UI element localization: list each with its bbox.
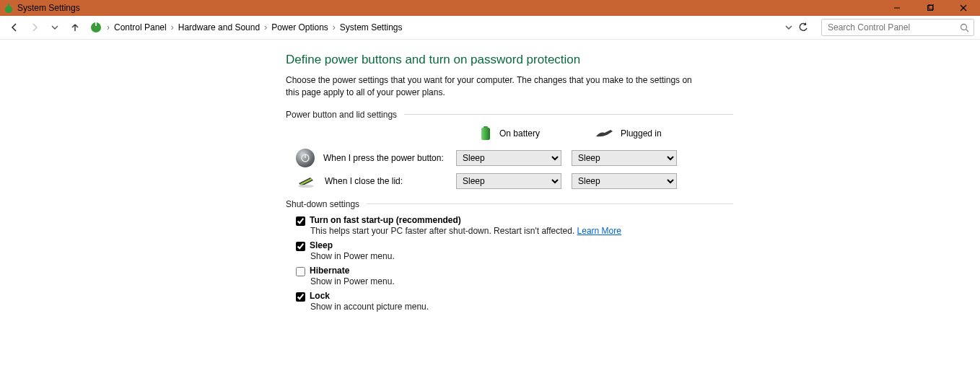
chevron-right-icon: ›	[264, 22, 267, 32]
search-icon	[960, 23, 969, 32]
breadcrumb-item[interactable]: Power Options	[271, 22, 328, 32]
breadcrumb-item[interactable]: Hardware and Sound	[178, 22, 260, 32]
power-button-plugged-select[interactable]: Sleep	[572, 150, 677, 166]
option-hibernate: Hibernate Show in Power menu.	[296, 266, 733, 286]
laptop-lid-icon	[296, 173, 316, 189]
control-panel-icon	[89, 21, 102, 34]
address-dropdown-button[interactable]	[785, 24, 792, 31]
address-bar: › Control Panel › Hardware and Sound › P…	[0, 16, 980, 40]
svg-point-9	[961, 24, 967, 30]
divider	[367, 203, 733, 204]
svg-rect-1	[8, 4, 9, 7]
title-bar: System Settings	[0, 0, 980, 16]
row-label: When I close the lid:	[325, 176, 403, 186]
sleep-checkbox[interactable]	[296, 242, 305, 251]
page-heading: Define power buttons and turn on passwor…	[286, 53, 733, 67]
page-description: Choose the power settings that you want …	[286, 74, 697, 100]
recent-locations-button[interactable]	[46, 19, 64, 36]
forward-button[interactable]	[26, 19, 43, 36]
option-label: Sleep	[310, 240, 333, 250]
group-label: Shut-down settings	[286, 199, 359, 209]
fast-startup-checkbox[interactable]	[296, 216, 305, 226]
option-sleep: Sleep Show in Power menu.	[296, 240, 733, 261]
learn-more-link[interactable]: Learn More	[577, 226, 621, 236]
search-box[interactable]	[821, 19, 974, 36]
window-title: System Settings	[17, 3, 80, 13]
battery-icon	[479, 126, 492, 141]
divider	[404, 114, 733, 115]
breadcrumb-item[interactable]: System Settings	[340, 22, 403, 32]
option-sub: This helps start your PC faster after sh…	[310, 226, 733, 236]
refresh-button[interactable]	[798, 22, 808, 32]
option-label: Hibernate	[310, 266, 349, 276]
main-content: Define power buttons and turn on passwor…	[0, 40, 733, 312]
row-power-button: When I press the power button: Sleep Sle…	[286, 149, 733, 167]
chevron-right-icon: ›	[333, 22, 336, 32]
lock-checkbox[interactable]	[296, 292, 305, 302]
svg-rect-8	[95, 22, 97, 26]
minimize-button[interactable]	[880, 0, 914, 16]
breadcrumb-item[interactable]: Control Panel	[114, 22, 167, 32]
option-sub: Show in Power menu.	[310, 276, 733, 286]
close-lid-battery-select[interactable]: Sleep	[456, 173, 561, 189]
group-power-lid-title: Power button and lid settings	[286, 110, 733, 120]
svg-point-16	[298, 185, 314, 188]
breadcrumb: › Control Panel › Hardware and Sound › P…	[87, 21, 811, 34]
app-icon	[3, 2, 14, 14]
power-button-icon	[296, 149, 315, 167]
svg-rect-13	[481, 128, 490, 140]
chevron-right-icon: ›	[107, 22, 110, 32]
close-lid-plugged-select[interactable]: Sleep	[572, 173, 677, 189]
plug-icon	[595, 128, 613, 139]
row-label: When I press the power button:	[323, 153, 444, 163]
option-sub-text: This helps start your PC faster after sh…	[310, 226, 577, 236]
column-plugged-label: Plugged in	[621, 128, 662, 139]
maximize-button[interactable]	[914, 0, 947, 16]
back-button[interactable]	[6, 19, 23, 36]
option-label: Lock	[310, 291, 330, 301]
option-sub: Show in Power menu.	[310, 251, 733, 261]
power-button-battery-select[interactable]: Sleep	[456, 150, 561, 166]
hibernate-checkbox[interactable]	[296, 267, 305, 276]
row-close-lid: When I close the lid: Sleep Sleep	[286, 173, 733, 189]
option-label: Turn on fast start-up (recommended)	[310, 215, 461, 225]
search-input[interactable]	[826, 22, 945, 33]
column-headers: On battery Plugged in	[286, 126, 733, 141]
close-button[interactable]	[947, 0, 980, 16]
group-shutdown-title: Shut-down settings	[286, 199, 733, 209]
up-button[interactable]	[66, 19, 84, 36]
option-fast-startup: Turn on fast start-up (recommended) This…	[296, 215, 733, 236]
column-battery-label: On battery	[499, 128, 540, 139]
chevron-right-icon: ›	[171, 22, 174, 32]
option-sub: Show in account picture menu.	[310, 302, 733, 312]
group-label: Power button and lid settings	[286, 110, 397, 120]
svg-line-10	[966, 29, 969, 32]
option-lock: Lock Show in account picture menu.	[296, 291, 733, 312]
